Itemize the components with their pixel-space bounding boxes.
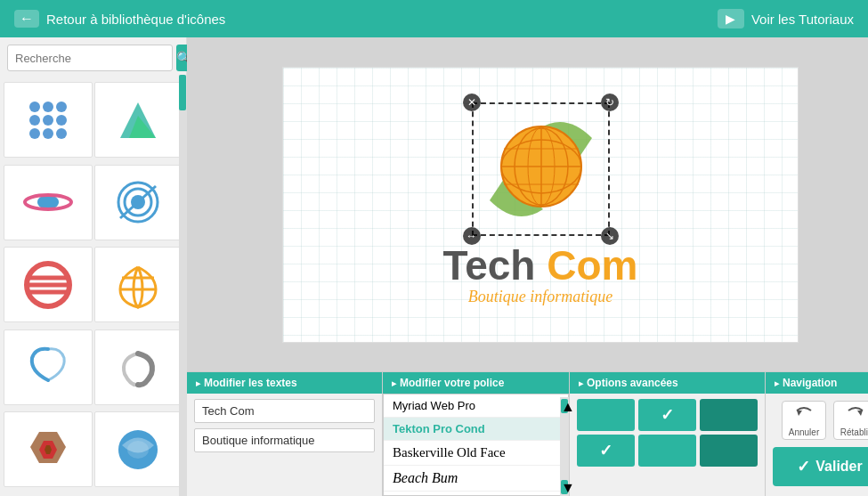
handle-tr[interactable]: ↻ [601,94,619,111]
icon-item[interactable] [94,329,183,405]
svg-point-6 [29,128,40,139]
swatch-3[interactable] [700,399,758,431]
svg-point-4 [43,115,53,126]
icon-item[interactable] [4,329,93,405]
icon-sidebar: 🔍 [0,37,187,496]
font-item-qlassik[interactable]: ▸ Qlassik Bold [384,492,568,496]
bottom-panels: Modifier les textes Modifier votre polic… [187,371,868,496]
font-list: Myriad Web Pro Tekton Pro Cond Baskervil… [383,394,569,496]
nav-panel-header: Navigation [766,372,868,394]
main-area: 🔍 [0,37,868,496]
logo-container[interactable]: ✕ ↻ ↔ ↘ Tech Com Boutique informatique [443,102,638,307]
svg-point-25 [127,441,149,459]
icon-item[interactable] [94,247,183,322]
tutorial-button[interactable]: ▶ Voir les Tutoriaux [718,9,854,28]
icon-item[interactable] [4,82,93,158]
header: ← Retour à bibliothèque d'icônes ▶ Voir … [0,0,868,37]
logo-text-area: Tech Com Boutique informatique [443,243,638,307]
handle-tl[interactable]: ✕ [463,94,481,111]
back-button[interactable]: ← Retour à bibliothèque d'icônes [14,10,225,28]
font-panel: Modifier votre police Myriad Web Pro Tek… [383,372,570,496]
nav-panel: Navigation Annuler [766,372,868,496]
text-field-1[interactable] [194,399,375,423]
svg-point-5 [56,115,67,126]
text-edit-content [187,394,382,496]
logo-image[interactable]: ✕ ↻ ↔ ↘ [472,102,610,236]
sidebar-scrollbar-thumb [179,75,186,110]
svg-point-7 [43,128,53,139]
logo-subtitle: Boutique informatique [468,288,612,306]
handle-bl[interactable]: ↔ [463,227,481,245]
svg-point-2 [56,102,67,112]
svg-point-1 [43,102,53,112]
icon-item[interactable] [4,165,93,240]
icon-item[interactable] [4,411,93,487]
font-scrollbar[interactable]: ▲ ▼ [560,397,569,496]
swatch-2[interactable]: ✓ [638,399,696,431]
text-edit-panel-header: Modifier les textes [187,372,382,394]
options-panel-header: Options avancées [570,372,765,394]
icon-item[interactable] [94,411,183,487]
svg-point-0 [29,102,40,112]
font-item-myriad[interactable]: Myriad Web Pro [384,394,568,418]
tutorial-label: Voir les Tutoriaux [751,12,854,27]
logo-title: Tech Com [443,243,638,289]
validate-label: Valider [815,459,862,475]
validate-button[interactable]: ✓ Valider [773,447,868,486]
undo-button[interactable]: Annuler [782,401,826,440]
text-field-2[interactable] [194,428,375,452]
swatch-check: ✓ [661,405,674,425]
validate-check-icon: ✓ [797,457,810,476]
icon-item[interactable] [4,247,93,322]
swatch-5[interactable] [638,435,696,467]
font-item-tekton[interactable]: Tekton Pro Cond [384,418,568,441]
logo-title-com: Com [547,242,637,289]
icon-item[interactable] [94,82,183,158]
swatch-1[interactable] [577,399,635,431]
search-input[interactable] [7,45,173,71]
nav-content: Annuler Rétablir ✓ Valider [766,394,868,493]
logo-title-tech: Tech [443,242,548,289]
color-swatches: ✓ ✓ [570,394,765,472]
font-panel-header: Modifier votre police [383,372,569,394]
redo-label: Rétablir [840,427,868,437]
icon-item[interactable] [94,165,183,240]
font-item-beachbum[interactable]: Beach Bum [384,466,568,492]
swatch-check: ✓ [599,441,612,460]
back-label: Retour à bibliothèque d'icônes [46,12,225,27]
tutorial-icon: ▶ [718,9,744,28]
undo-label: Annuler [789,427,819,437]
search-bar: 🔍 [0,37,186,78]
canvas-wrapper: ✕ ↻ ↔ ↘ Tech Com Boutique informatique [187,37,868,371]
canvas-area: ✕ ↻ ↔ ↘ Tech Com Boutique informatique [187,37,868,496]
icon-grid [0,78,186,496]
font-scrollbar-down: ▼ [561,480,568,494]
text-edit-panel: Modifier les textes [187,372,383,496]
redo-button[interactable]: Rétablir [833,401,868,440]
canvas[interactable]: ✕ ↻ ↔ ↘ Tech Com Boutique informatique [282,67,799,343]
font-scrollbar-up: ▲ [561,399,568,413]
swatch-6[interactable] [700,435,758,467]
svg-point-8 [56,128,67,139]
svg-point-3 [29,115,40,126]
handle-br[interactable]: ↘ [601,227,619,245]
swatch-4[interactable]: ✓ [577,435,635,467]
sidebar-scrollbar[interactable] [179,75,186,496]
options-panel: Options avancées ✓ ✓ [570,372,766,496]
font-scrollbar-track [560,415,569,478]
back-arrow-icon: ← [14,10,39,28]
font-item-baskerville[interactable]: Baskerville Old Face [384,441,568,466]
nav-buttons: Annuler Rétablir [773,401,868,440]
